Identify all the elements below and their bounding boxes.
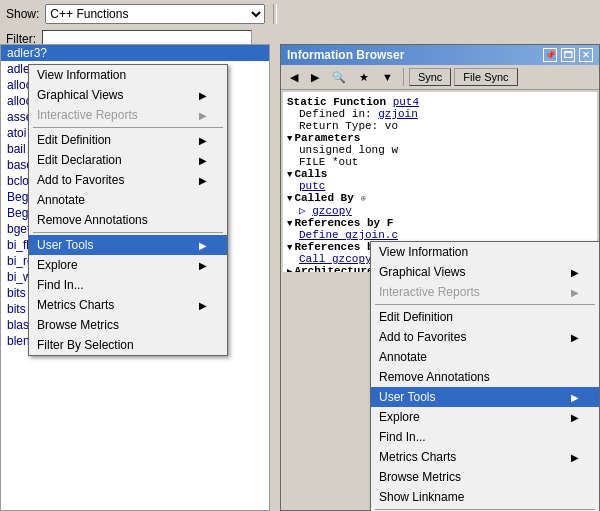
menu-item-user-tools-r[interactable]: User Tools ▶	[371, 387, 599, 407]
sync-button[interactable]: Sync	[409, 68, 451, 86]
menu-item-remove-annotations[interactable]: Remove Annotations	[29, 210, 227, 230]
menu-item-add-to-favorites[interactable]: Add to Favorites ▶	[29, 170, 227, 190]
submenu-arrow-icon: ▶	[571, 392, 579, 403]
menu-item-find-in[interactable]: Find In...	[29, 275, 227, 295]
submenu-arrow-icon: ▶	[199, 135, 207, 146]
menu-item-interactive-reports[interactable]: Interactive Reports ▶	[29, 105, 227, 125]
info-browser-title: Information Browser 📌 🗖 ✕	[281, 45, 599, 65]
menu-item-edit-definition[interactable]: Edit Definition ▶	[29, 130, 227, 150]
menu-item-remove-annotations-r[interactable]: Remove Annotations	[371, 367, 599, 387]
info-browser-title-label: Information Browser	[287, 48, 404, 62]
submenu-arrow-icon: ▶	[199, 240, 207, 251]
menu-item-edit-definition-r[interactable]: Edit Definition	[371, 307, 599, 327]
submenu-arrow-icon: ▶	[199, 260, 207, 271]
submenu-arrow-icon: ▶	[199, 110, 207, 121]
expand-icon[interactable]: ▼	[287, 243, 292, 253]
param-2: FILE *out	[287, 156, 593, 168]
expand-icon[interactable]: ▼	[287, 170, 292, 180]
info-browser-toolbar: ◀ ▶ 🔍 ★ ▼ Sync File Sync	[281, 65, 599, 90]
menu-separator	[33, 127, 223, 128]
expand-icon[interactable]: ▼	[287, 134, 292, 144]
close-icon[interactable]: ✕	[579, 48, 593, 62]
calls-section: ▼Calls putc	[287, 168, 593, 192]
menu-item-browse-metrics-r[interactable]: Browse Metrics	[371, 467, 599, 487]
menu-item-filter-by-selection[interactable]: Filter By Selection	[29, 335, 227, 355]
menu-item-graphical-views-r[interactable]: Graphical Views ▶	[371, 262, 599, 282]
menu-item-view-information[interactable]: View Information	[29, 65, 227, 85]
submenu-arrow-icon: ▶	[571, 452, 579, 463]
return-type: Return Type: vo	[287, 120, 593, 132]
expand-icon[interactable]: ▼	[287, 219, 292, 229]
menu-separator	[375, 304, 595, 305]
references-section: ▼References by F Define gzjoin.c	[287, 217, 593, 241]
dropdown-button[interactable]: ▼	[377, 69, 398, 85]
menu-item-explore[interactable]: Explore ▶	[29, 255, 227, 275]
pin-icon[interactable]: 📌	[543, 48, 557, 62]
title-icons: 📌 🗖 ✕	[543, 48, 593, 62]
expand-icon[interactable]: ▼	[287, 194, 292, 204]
toolbar-separator	[403, 68, 404, 86]
forward-button[interactable]: ▶	[306, 69, 324, 86]
submenu-arrow-icon: ▶	[571, 267, 579, 278]
menu-item-metrics-charts-r[interactable]: Metrics Charts ▶	[371, 447, 599, 467]
called-by-item: ▷ gzcopy	[287, 204, 593, 217]
top-bar: Show: C++ Functions C Functions All Func…	[0, 0, 600, 28]
favorites-button[interactable]: ★	[354, 69, 374, 86]
menu-item-user-tools[interactable]: User Tools ▶	[29, 235, 227, 255]
submenu-arrow-icon: ▶	[199, 90, 207, 101]
menu-item-annotate[interactable]: Annotate	[29, 190, 227, 210]
menu-item-add-to-favorites-r[interactable]: Add to Favorites ▶	[371, 327, 599, 347]
menu-item-edit-declaration[interactable]: Edit Declaration ▶	[29, 150, 227, 170]
menu-separator	[33, 232, 223, 233]
function-header: Static Function put4	[287, 96, 593, 108]
menu-item-metrics-charts[interactable]: Metrics Charts ▶	[29, 295, 227, 315]
list-item[interactable]: adler3?	[1, 45, 269, 61]
calls-item: putc	[287, 180, 593, 192]
back-button[interactable]: ◀	[285, 69, 303, 86]
show-label: Show:	[6, 7, 39, 21]
maximize-icon[interactable]: 🗖	[561, 48, 575, 62]
file-sync-button[interactable]: File Sync	[454, 68, 517, 86]
submenu-arrow-icon: ▶	[199, 155, 207, 166]
menu-item-interactive-reports-r[interactable]: Interactive Reports ▶	[371, 282, 599, 302]
called-by-section: ▼Called By ⊕ ▷ gzcopy	[287, 192, 593, 217]
submenu-arrow-icon: ▶	[571, 412, 579, 423]
submenu-arrow-icon: ▶	[571, 332, 579, 343]
expand-icon[interactable]: ▶	[287, 266, 292, 272]
menu-item-find-in-r[interactable]: Find In...	[371, 427, 599, 447]
divider	[273, 4, 277, 24]
param-1: unsigned long w	[287, 144, 593, 156]
menu-item-view-information-r[interactable]: View Information	[371, 242, 599, 262]
menu-item-show-linkname-r[interactable]: Show Linkname	[371, 487, 599, 507]
menu-item-graphical-views[interactable]: Graphical Views ▶	[29, 85, 227, 105]
ref-item-1: Define gzjoin.c	[287, 229, 593, 241]
menu-separator	[375, 509, 595, 510]
menu-item-browse-metrics[interactable]: Browse Metrics	[29, 315, 227, 335]
context-menu-left: View Information Graphical Views ▶ Inter…	[28, 64, 228, 356]
search-button[interactable]: 🔍	[327, 69, 351, 86]
submenu-arrow-icon: ▶	[571, 287, 579, 298]
show-select[interactable]: C++ Functions C Functions All Functions	[45, 4, 265, 24]
parameters-section: ▼Parameters unsigned long w FILE *out	[287, 132, 593, 168]
submenu-arrow-icon: ▶	[199, 175, 207, 186]
context-menu-right: View Information Graphical Views ▶ Inter…	[370, 241, 600, 511]
menu-item-annotate-r[interactable]: Annotate	[371, 347, 599, 367]
submenu-arrow-icon: ▶	[199, 300, 207, 311]
defined-in: Defined in: gzjoin	[287, 108, 593, 120]
menu-item-explore-r[interactable]: Explore ▶	[371, 407, 599, 427]
